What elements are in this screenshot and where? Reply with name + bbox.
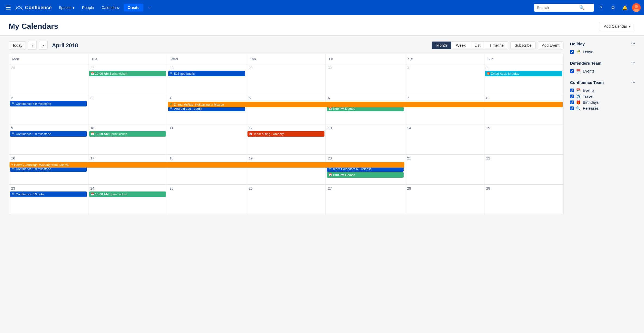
- event-ios-bugfix[interactable]: 🔍 iOS app bugfix: [168, 71, 245, 76]
- travel-checkbox[interactable]: [570, 95, 574, 98]
- outing-icon: 📅: [249, 132, 252, 136]
- help-button[interactable]: ?: [596, 3, 606, 12]
- page-header: My Calendars Add Calendar ▾: [0, 15, 644, 36]
- svg-point-4: [633, 9, 639, 12]
- cell-apr24: 24 📅 10:00 AM Sprint kickoff: [88, 185, 167, 215]
- brand-logo[interactable]: Confluence: [15, 4, 52, 11]
- main-content: Today ‹ › April 2018 Month Week List Tim…: [0, 36, 644, 220]
- navbar: Confluence Spaces ▾ People Calendars Cre…: [0, 0, 644, 15]
- cell-apr11: 11: [167, 124, 246, 154]
- event-sprint-kickoff-w3[interactable]: 📅 10:00 AM Sprint kickoff: [89, 131, 166, 137]
- confluence-events-checkbox[interactable]: [570, 89, 574, 92]
- event-harvey-gdansk[interactable]: ✈ Harvey Jennings: Working from Gdańsk: [10, 162, 404, 168]
- leave-icon: 🌴: [576, 50, 581, 54]
- cell-mar29: 29: [246, 64, 326, 94]
- leave-checkbox[interactable]: [570, 50, 574, 54]
- header-wed: Wed: [167, 54, 246, 64]
- calendar-section: Today ‹ › April 2018 Month Week List Tim…: [9, 41, 564, 215]
- add-event-button[interactable]: Add Event: [538, 41, 564, 49]
- event-confluence-milestone-w2[interactable]: 🔍 Confluence 6.9 milestone: [10, 101, 87, 106]
- cell-mar27: 27 📅 10:00 AM Sprint kickoff: [88, 64, 167, 94]
- birthdays-label: Birthdays: [583, 100, 599, 105]
- calendar-controls: Today ‹ › April 2018 Month Week List Tim…: [9, 41, 564, 50]
- tab-list[interactable]: List: [470, 42, 485, 49]
- svg-rect-0: [6, 6, 11, 6]
- holiday-more-button[interactable]: ···: [631, 41, 635, 47]
- cell-apr2: 2 🔍 Confluence 6.9 milestone: [9, 94, 88, 124]
- search-icon: 🔍: [579, 5, 585, 10]
- calendars-label: Calendars: [101, 5, 119, 10]
- settings-button[interactable]: ⚙: [608, 3, 618, 12]
- prev-button[interactable]: ‹: [28, 41, 37, 50]
- sidebar-section-holiday: Holiday ··· 🌴 Leave: [570, 41, 635, 55]
- cell-mar28: 28 🔍 iOS app bugfix: [167, 64, 246, 94]
- defenders-events-checkbox[interactable]: [570, 69, 574, 73]
- more-button[interactable]: ···: [145, 4, 154, 11]
- cell-apr13: 13: [326, 124, 405, 154]
- svg-point-3: [635, 5, 638, 8]
- calendar-grid: Mon Tue Wed Thu Fri Sat Sun 26 27 📅 10:0…: [9, 54, 564, 215]
- event-sprint-kickoff-w5[interactable]: 📅 10:00 AM Sprint kickoff: [89, 191, 166, 197]
- notifications-button[interactable]: 🔔: [620, 3, 630, 12]
- event-emma-mexico[interactable]: 🌴 Emma McRae: Holidaying in Mexico: [168, 102, 563, 107]
- view-tabs: Month Week List Timeline: [432, 41, 508, 49]
- cell-apr21: 21: [405, 155, 484, 184]
- tab-timeline[interactable]: Timeline: [485, 42, 508, 49]
- week-row-4: ✈ Harvey Jennings: Working from Gdańsk 1…: [9, 155, 563, 185]
- create-button[interactable]: Create: [124, 4, 143, 11]
- sidebar-item-confluence-events: 📅 Events: [570, 87, 635, 93]
- calendar-icon-5: 📅: [91, 192, 94, 196]
- tab-month[interactable]: Month: [432, 42, 451, 49]
- birthdays-icon: 🎁: [576, 100, 581, 105]
- birthdays-checkbox[interactable]: [570, 100, 574, 104]
- hamburger-button[interactable]: [3, 3, 13, 12]
- defenders-events-label: Events: [583, 69, 595, 73]
- event-team-outing[interactable]: 📅 Team outing - Archery!: [247, 131, 324, 137]
- event-confluence-beta[interactable]: 🔍 Confluence 6.9 beta: [10, 191, 87, 197]
- spaces-button[interactable]: Spaces ▾: [56, 4, 77, 11]
- defenders-section-title: Defenders Team: [570, 61, 602, 65]
- releases-checkbox[interactable]: [570, 106, 574, 110]
- cell-apr20: 20 🔍 Team Calendars 6.0 release 📅 4:00 P…: [326, 155, 405, 184]
- search-input[interactable]: [537, 5, 578, 10]
- spaces-label: Spaces: [59, 5, 72, 10]
- cell-apr14: 14: [405, 124, 484, 154]
- cell-apr6: 6 📅 4:00 PM Demos: [326, 94, 405, 124]
- brand-name: Confluence: [25, 5, 52, 11]
- event-emad-birthday[interactable]: 🎁 Emad Abdi: Birthday: [485, 71, 562, 76]
- event-demos-w4[interactable]: 📅 4:00 PM Demos: [327, 172, 404, 178]
- event-sprint-kickoff-w1[interactable]: 📅 10:00 AM Sprint kickoff: [89, 71, 166, 76]
- sidebar: Holiday ··· 🌴 Leave Defenders Team ··· 📅…: [570, 41, 635, 215]
- defenders-more-button[interactable]: ···: [631, 60, 635, 66]
- release-icon: 🔍: [12, 102, 15, 106]
- search-icon-2: 🔍: [170, 107, 173, 111]
- tab-week[interactable]: Week: [451, 42, 470, 49]
- travel-icon: 🌴: [169, 103, 173, 106]
- week-row-2: 🌴 Emma McRae: Holidaying in Mexico 2 🔍 C…: [9, 94, 563, 124]
- today-button[interactable]: Today: [9, 41, 26, 49]
- confluence-more-button[interactable]: ···: [631, 80, 635, 85]
- event-confluence-milestone-w3[interactable]: 🔍 Confluence 6.9 milestone: [10, 131, 87, 137]
- add-calendar-button[interactable]: Add Calendar ▾: [599, 22, 635, 31]
- cell-apr23: 23 🔍 Confluence 6.9 beta: [9, 185, 88, 215]
- calendars-button[interactable]: Calendars: [99, 4, 122, 11]
- confluence-section-title: Confluence Team: [570, 80, 604, 85]
- confluence-events-label: Events: [583, 88, 595, 93]
- next-button[interactable]: ›: [39, 41, 48, 50]
- plane-icon: ✈: [11, 163, 13, 167]
- month-label: April 2018: [52, 42, 78, 49]
- avatar[interactable]: [632, 3, 641, 12]
- people-button[interactable]: People: [79, 4, 97, 11]
- calendar-icon-3: 📅: [91, 132, 94, 136]
- page-title: My Calendars: [9, 22, 58, 31]
- cell-apr8: 8: [484, 94, 563, 124]
- chevron-down-icon: ▾: [629, 24, 631, 29]
- calendar-icon-2: 📅: [329, 107, 332, 111]
- header-sat: Sat: [405, 54, 484, 64]
- releases-icon: 🔍: [576, 106, 581, 111]
- release-icon-2: 🔍: [12, 132, 15, 136]
- cell-mar26: 26: [9, 64, 88, 94]
- sidebar-section-confluence: Confluence Team ··· 📅 Events ✈️ Travel 🎁…: [570, 80, 635, 111]
- cell-apr28: 28: [405, 185, 484, 215]
- subscribe-button[interactable]: Subscribe: [510, 41, 535, 49]
